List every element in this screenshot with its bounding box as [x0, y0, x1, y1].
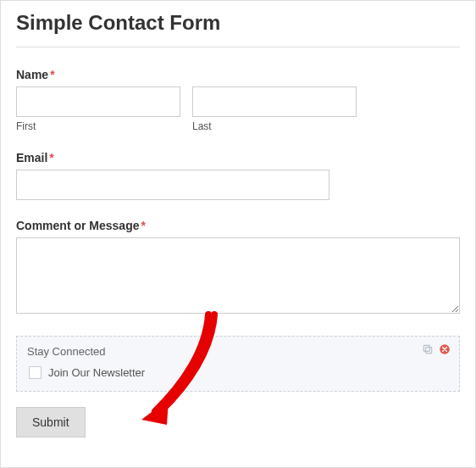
comment-label-text: Comment or Message: [16, 219, 139, 232]
submit-button[interactable]: Submit: [16, 407, 86, 437]
form-frame: Simple Contact Form Name* First Last Ema…: [0, 0, 476, 468]
email-required: *: [49, 151, 53, 164]
svg-marker-3: [141, 399, 169, 425]
svg-rect-0: [426, 348, 432, 354]
page-title: Simple Contact Form: [16, 11, 460, 35]
first-name-input[interactable]: [16, 86, 180, 117]
last-name-sublabel: Last: [192, 120, 357, 132]
comment-textarea[interactable]: [16, 237, 460, 314]
name-required: *: [50, 68, 54, 81]
comment-field: Comment or Message*: [16, 219, 460, 317]
name-label-text: Name: [16, 68, 48, 81]
newsletter-checkbox-label: Join Our Newsletter: [48, 366, 145, 379]
email-field: Email*: [16, 151, 460, 200]
delete-icon[interactable]: [439, 343, 451, 355]
email-label: Email*: [16, 151, 460, 164]
newsletter-block[interactable]: Stay Connected Join Our Newsletter: [16, 336, 460, 392]
email-label-text: Email: [16, 151, 47, 164]
divider: [16, 47, 460, 47]
comment-required: *: [141, 219, 145, 232]
last-name-input[interactable]: [192, 86, 357, 117]
first-name-sublabel: First: [16, 120, 180, 132]
newsletter-checkbox[interactable]: [29, 366, 42, 379]
newsletter-block-title: Stay Connected: [27, 345, 449, 358]
email-input[interactable]: [16, 170, 329, 200]
svg-rect-1: [423, 345, 429, 351]
name-label: Name*: [16, 68, 460, 81]
comment-label: Comment or Message*: [16, 219, 460, 232]
duplicate-icon[interactable]: [422, 343, 434, 355]
name-field: Name* First Last: [16, 68, 460, 132]
